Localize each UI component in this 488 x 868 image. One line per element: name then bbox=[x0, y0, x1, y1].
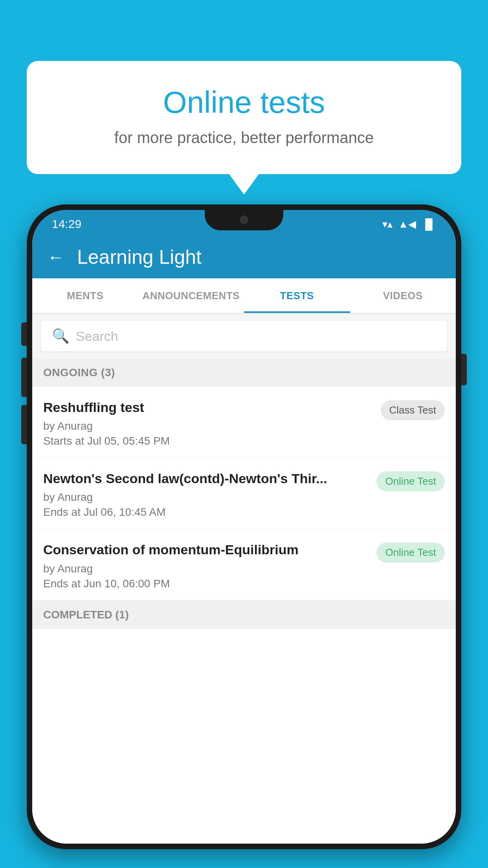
test-time-newton: Ends at Jul 06, 10:45 AM bbox=[43, 506, 369, 519]
test-item-left-newton: Newton's Second law(contd)-Newton's Thir… bbox=[43, 470, 376, 519]
search-input[interactable]: Search bbox=[76, 329, 118, 344]
tab-tests[interactable]: TESTS bbox=[244, 278, 350, 313]
test-item-left: Reshuffling test by Anurag Starts at Jul… bbox=[43, 399, 381, 447]
search-icon: 🔍 bbox=[52, 328, 70, 344]
test-badge-online-conservation: Online Test bbox=[376, 542, 445, 563]
test-name-newton: Newton's Second law(contd)-Newton's Thir… bbox=[43, 470, 369, 487]
test-item-left-conservation: Conservation of momentum-Equilibrium by … bbox=[43, 541, 376, 590]
back-button[interactable]: ← bbox=[47, 247, 64, 267]
silent-button bbox=[21, 322, 27, 346]
test-badge-class: Class Test bbox=[381, 400, 445, 420]
camera-dot bbox=[240, 215, 248, 224]
app-title: Learning Light bbox=[77, 246, 202, 268]
promo-subtitle: for more practice, better performance bbox=[46, 129, 442, 147]
test-by-reshuffling: by Anurag bbox=[43, 420, 373, 432]
volume-down-button bbox=[21, 405, 27, 444]
app-bar: ← Learning Light bbox=[32, 236, 456, 278]
test-by-conservation: by Anurag bbox=[43, 563, 369, 575]
completed-label: COMPLETED (1) bbox=[43, 609, 129, 621]
test-item-newton[interactable]: Newton's Second law(contd)-Newton's Thir… bbox=[32, 458, 456, 529]
search-container: 🔍 Search bbox=[32, 314, 456, 359]
test-item-reshuffling[interactable]: Reshuffling test by Anurag Starts at Jul… bbox=[32, 387, 456, 458]
test-badge-online-newton: Online Test bbox=[376, 471, 445, 491]
ongoing-label: ONGOING (3) bbox=[43, 366, 115, 379]
completed-section-header: COMPLETED (1) bbox=[32, 601, 456, 629]
tab-ments[interactable]: MENTS bbox=[32, 278, 138, 313]
phone-notch bbox=[205, 210, 283, 230]
tabs-bar: MENTS ANNOUNCEMENTS TESTS VIDEOS bbox=[32, 278, 456, 314]
ongoing-section-header: ONGOING (3) bbox=[32, 359, 456, 387]
tab-videos[interactable]: VIDEOS bbox=[350, 278, 456, 313]
test-name-conservation: Conservation of momentum-Equilibrium bbox=[43, 541, 369, 558]
wifi-icon: ▾▴ bbox=[382, 218, 393, 230]
power-button bbox=[461, 354, 467, 385]
status-time: 14:29 bbox=[52, 217, 81, 231]
search-input-wrap[interactable]: 🔍 Search bbox=[41, 321, 447, 351]
promo-title: Online tests bbox=[46, 85, 442, 120]
phone-screen: 14:29 ▾▴ ▲◀ ▐▌ ← Learning Light MENTS AN… bbox=[32, 210, 456, 844]
test-time-conservation: Ends at Jun 10, 06:00 PM bbox=[43, 577, 369, 590]
test-name-reshuffling: Reshuffling test bbox=[43, 399, 373, 416]
signal-icon: ▲◀ bbox=[398, 218, 416, 230]
battery-icon: ▐▌ bbox=[422, 218, 436, 230]
test-item-conservation[interactable]: Conservation of momentum-Equilibrium by … bbox=[32, 529, 456, 600]
test-time-reshuffling: Starts at Jul 05, 05:45 PM bbox=[43, 435, 373, 447]
phone-wrapper: 14:29 ▾▴ ▲◀ ▐▌ ← Learning Light MENTS AN… bbox=[27, 204, 461, 868]
promo-card: Online tests for more practice, better p… bbox=[27, 61, 461, 174]
status-icons: ▾▴ ▲◀ ▐▌ bbox=[382, 218, 436, 230]
volume-up-button bbox=[21, 358, 27, 397]
test-by-newton: by Anurag bbox=[43, 491, 369, 504]
phone-outer: 14:29 ▾▴ ▲◀ ▐▌ ← Learning Light MENTS AN… bbox=[27, 204, 461, 849]
tab-announcements[interactable]: ANNOUNCEMENTS bbox=[138, 278, 244, 313]
test-list: Reshuffling test by Anurag Starts at Jul… bbox=[32, 387, 456, 844]
